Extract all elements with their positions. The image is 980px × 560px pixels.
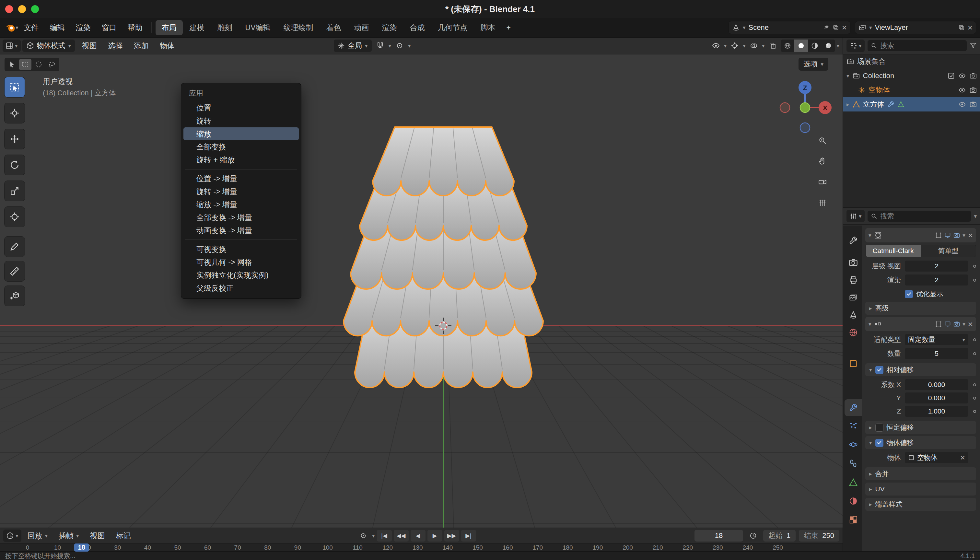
visibility-chevron[interactable]: ▾ [724, 43, 727, 48]
apply-menu-item[interactable]: 旋转 -> 增量 [183, 185, 299, 198]
tool-rotate[interactable] [5, 155, 25, 175]
viewlayer-selector[interactable]: ▾ ViewLayer × [855, 21, 976, 34]
gizmo-y-axis[interactable] [800, 103, 810, 112]
keying-chevron[interactable]: ▾ [372, 533, 375, 538]
hide-viewport-icon[interactable] [958, 72, 966, 79]
workspace-tab[interactable]: 动画 [348, 20, 375, 35]
properties-tab-constraints[interactable] [845, 455, 862, 472]
apply-menu-item[interactable]: 全部变换 -> 增量 [183, 211, 299, 224]
unlink-scene-button[interactable]: × [842, 23, 847, 32]
options-button[interactable]: 选项 ▾ [798, 58, 828, 71]
object-offset-subpanel[interactable]: ▾ 物体偏移 [865, 436, 976, 449]
shading-wireframe-button[interactable] [781, 40, 794, 52]
modifier-extras-chevron[interactable]: ▾ [962, 322, 965, 327]
snap-toggle[interactable] [373, 40, 387, 52]
workspace-tab[interactable]: 雕刻 [211, 20, 238, 35]
outliner-row-collection[interactable]: ▾ Collection [843, 69, 980, 83]
apply-menu-item[interactable]: 可视几何 -> 网格 [183, 256, 299, 269]
playhead[interactable]: 18 [74, 543, 89, 552]
show-overlays-toggle[interactable] [747, 40, 761, 52]
viewport-menu[interactable]: 视图 [77, 41, 102, 51]
tool-measure[interactable] [5, 261, 25, 281]
play-reverse-button[interactable]: ◀ [411, 530, 425, 542]
timeline-menu[interactable]: 视图 [85, 531, 110, 541]
panel-expand-chevron[interactable]: ▾ [868, 322, 872, 327]
menubar-menu[interactable]: 渲染 [70, 23, 96, 33]
tool-select-box[interactable] [5, 77, 25, 97]
caps-subpanel[interactable]: ▸ 端盖样式 [865, 498, 976, 511]
realtime-toggle-icon[interactable] [944, 321, 951, 327]
tool-transform[interactable] [5, 207, 25, 227]
keyframe-dot[interactable] [968, 397, 976, 400]
workspace-tab[interactable]: UV编辑 [239, 20, 277, 35]
outliner-search-input[interactable] [880, 42, 963, 50]
properties-tab-physics[interactable] [845, 436, 862, 453]
add-workspace-button[interactable]: + [502, 21, 515, 35]
expand-chevron[interactable]: ▸ [847, 102, 849, 107]
constant-offset-checkbox[interactable] [875, 423, 883, 432]
3d-viewport[interactable]: ▾ 物体模式 ▾ 视图选择添加物体 全局 ▾ ▾ ▾ ▾ ▾ [0, 38, 843, 528]
delete-modifier-button[interactable]: × [968, 231, 973, 240]
modifier-badge-icon[interactable] [887, 101, 895, 108]
properties-tab-particles[interactable] [845, 417, 862, 434]
apply-menu-item[interactable]: 旋转 [183, 114, 299, 127]
shading-chevron[interactable]: ▾ [837, 43, 839, 48]
render-toggle-icon[interactable] [953, 321, 960, 327]
properties-tab-output[interactable] [845, 272, 862, 288]
keyframe-dot[interactable] [968, 352, 976, 355]
selected-tree-object[interactable] [343, 127, 543, 388]
gizmo-minus-z-axis[interactable] [800, 123, 810, 133]
realtime-toggle-icon[interactable] [944, 232, 951, 238]
preview-range-toggle[interactable] [746, 530, 760, 542]
viewport-menu[interactable]: 物体 [154, 41, 180, 51]
editmode-toggle-icon[interactable] [935, 321, 942, 327]
properties-editor-type-button[interactable]: ▾ [847, 210, 865, 222]
array-modifier-header[interactable]: ▾ ▾ × [865, 317, 976, 331]
frame-end-field[interactable]: 结束 250 [799, 530, 839, 542]
properties-search[interactable] [868, 211, 971, 222]
optimal-display-checkbox[interactable] [905, 290, 913, 298]
subsurf-modifier-header[interactable]: ▾ ▾ × [865, 228, 976, 242]
apply-menu-item[interactable]: 旋转 + 缩放 [183, 153, 299, 166]
object-offset-checkbox[interactable] [875, 439, 883, 447]
new-viewlayer-icon[interactable] [958, 24, 965, 31]
properties-tab-tool[interactable] [845, 232, 862, 249]
timeline-editor-type-button[interactable]: ▾ [3, 530, 22, 542]
offset-object-field[interactable]: 空物体 × [905, 452, 968, 463]
show-gizmos-toggle[interactable] [728, 40, 742, 52]
modifier-extras-chevron[interactable]: ▾ [962, 233, 965, 238]
delete-modifier-button[interactable]: × [968, 320, 973, 328]
advanced-subpanel[interactable]: ▸ 高级 [865, 302, 976, 315]
proportional-editing-toggle[interactable] [393, 40, 407, 52]
shading-solid-button[interactable] [794, 40, 808, 52]
properties-tab-scene[interactable] [845, 307, 862, 323]
gizmo-minus-x-axis[interactable] [780, 103, 790, 112]
apply-menu-item[interactable]: 实例独立化(实现实例) [183, 269, 299, 282]
count-field[interactable]: 5 [905, 348, 968, 359]
apply-menu-item[interactable]: 全部变换 [183, 140, 299, 153]
scene-selector[interactable]: ▾ Scene × [728, 21, 850, 34]
pan-view-button[interactable] [815, 154, 830, 168]
tool-scale[interactable] [5, 181, 25, 201]
workspace-tab[interactable]: 几何节点 [432, 20, 474, 35]
tool-move[interactable] [5, 129, 25, 149]
properties-search-input[interactable] [880, 212, 968, 220]
keyframe-dot[interactable] [968, 279, 976, 282]
levels-render-field[interactable]: 2 [905, 275, 968, 285]
prev-keyframe-button[interactable]: ◀◀ [394, 530, 409, 542]
toggle-ortho-button[interactable] [815, 196, 830, 210]
expand-chevron[interactable]: ▾ [847, 73, 849, 79]
mesh-data-icon[interactable] [897, 101, 905, 108]
select-mode-dashcircle[interactable] [32, 59, 45, 70]
blender-logo-icon[interactable] [6, 23, 15, 32]
properties-tab-object[interactable] [845, 355, 862, 372]
menubar-menu[interactable]: 文件 [18, 23, 44, 33]
panel-expand-chevron[interactable]: ▾ [868, 233, 872, 238]
workspace-tab[interactable]: 布局 [155, 20, 183, 35]
disable-render-icon[interactable] [970, 72, 977, 79]
apply-menu-item[interactable]: 缩放 [183, 127, 299, 140]
render-toggle-icon[interactable] [953, 232, 960, 238]
properties-tab-view-layer[interactable] [845, 289, 862, 306]
viewport-scene[interactable] [0, 38, 843, 528]
simple-button[interactable]: 简单型 [921, 245, 976, 257]
